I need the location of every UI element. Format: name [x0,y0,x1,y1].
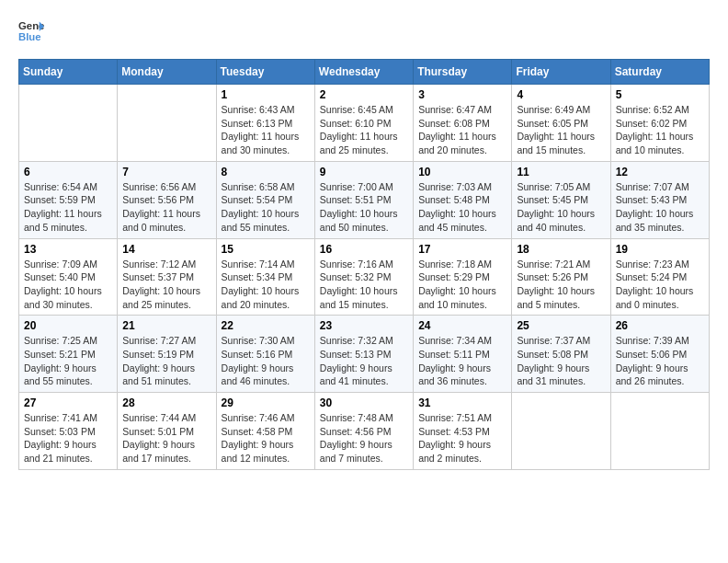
day-number: 13 [24,243,112,256]
day-info: Sunrise: 7:23 AM Sunset: 5:24 PM Dayligh… [616,258,704,312]
day-info: Sunrise: 6:43 AM Sunset: 6:13 PM Dayligh… [222,103,310,157]
day-info: Sunrise: 7:03 AM Sunset: 5:48 PM Dayligh… [418,180,506,235]
calendar-cell: 9Sunrise: 7:00 AM Sunset: 5:51 PM Daylig… [314,161,413,238]
day-info: Sunrise: 6:45 AM Sunset: 6:10 PM Dayligh… [320,103,408,157]
calendar-cell: 20Sunrise: 7:25 AM Sunset: 5:21 PM Dayli… [19,316,118,393]
day-number: 24 [418,319,506,332]
day-number: 14 [122,243,210,256]
day-info: Sunrise: 7:44 AM Sunset: 5:01 PM Dayligh… [122,411,210,465]
day-info: Sunrise: 7:00 AM Sunset: 5:51 PM Dayligh… [320,180,408,235]
calendar-header: SundayMondayTuesdayWednesdayThursdayFrid… [19,60,710,85]
day-number: 12 [616,166,704,178]
weekday-header: Sunday [19,60,118,85]
day-number: 21 [122,319,210,332]
day-info: Sunrise: 7:34 AM Sunset: 5:11 PM Dayligh… [418,334,506,388]
day-info: Sunrise: 7:37 AM Sunset: 5:08 PM Dayligh… [517,334,605,388]
calendar-cell [118,85,216,162]
calendar-cell: 12Sunrise: 7:07 AM Sunset: 5:43 PM Dayli… [610,161,709,238]
day-number: 2 [320,88,408,101]
day-number: 26 [616,319,704,332]
weekday-header: Tuesday [216,60,314,85]
calendar-cell [512,393,610,470]
calendar-table: SundayMondayTuesdayWednesdayThursdayFrid… [18,59,710,470]
day-number: 31 [418,396,506,409]
day-info: Sunrise: 7:30 AM Sunset: 5:16 PM Dayligh… [222,334,310,388]
day-number: 16 [320,243,408,256]
day-info: Sunrise: 7:14 AM Sunset: 5:34 PM Dayligh… [222,258,310,312]
calendar-cell: 30Sunrise: 7:48 AM Sunset: 4:56 PM Dayli… [314,393,413,470]
day-info: Sunrise: 7:46 AM Sunset: 4:58 PM Dayligh… [222,411,310,465]
day-info: Sunrise: 7:18 AM Sunset: 5:29 PM Dayligh… [418,258,506,312]
day-number: 4 [517,88,605,101]
calendar-cell: 22Sunrise: 7:30 AM Sunset: 5:16 PM Dayli… [216,316,314,393]
day-info: Sunrise: 7:16 AM Sunset: 5:32 PM Dayligh… [320,258,408,312]
day-number: 25 [517,319,605,332]
day-number: 3 [418,88,506,101]
day-number: 22 [222,319,310,332]
day-info: Sunrise: 6:54 AM Sunset: 5:59 PM Dayligh… [24,180,112,235]
calendar-cell: 11Sunrise: 7:05 AM Sunset: 5:45 PM Dayli… [512,161,610,238]
calendar-cell: 4Sunrise: 6:49 AM Sunset: 6:05 PM Daylig… [512,85,610,162]
day-number: 15 [222,243,310,256]
day-info: Sunrise: 6:56 AM Sunset: 5:56 PM Dayligh… [122,180,210,235]
day-number: 9 [320,166,408,178]
day-info: Sunrise: 7:05 AM Sunset: 5:45 PM Dayligh… [517,180,605,235]
calendar-cell: 31Sunrise: 7:51 AM Sunset: 4:53 PM Dayli… [414,393,512,470]
weekday-header: Thursday [414,60,512,85]
day-info: Sunrise: 7:27 AM Sunset: 5:19 PM Dayligh… [122,334,210,388]
calendar-cell: 3Sunrise: 6:47 AM Sunset: 6:08 PM Daylig… [414,85,512,162]
day-number: 8 [222,166,310,178]
calendar-cell [19,85,118,162]
day-number: 23 [320,319,408,332]
day-number: 29 [222,396,310,409]
calendar-cell: 14Sunrise: 7:12 AM Sunset: 5:37 PM Dayli… [118,238,216,316]
calendar-cell: 29Sunrise: 7:46 AM Sunset: 4:58 PM Dayli… [216,393,314,470]
weekday-header: Friday [512,60,610,85]
calendar-cell: 28Sunrise: 7:44 AM Sunset: 5:01 PM Dayli… [118,393,216,470]
calendar-cell: 16Sunrise: 7:16 AM Sunset: 5:32 PM Dayli… [314,238,413,316]
calendar-cell: 25Sunrise: 7:37 AM Sunset: 5:08 PM Dayli… [512,316,610,393]
day-number: 6 [24,166,112,178]
day-number: 19 [616,243,704,256]
calendar-cell: 6Sunrise: 6:54 AM Sunset: 5:59 PM Daylig… [19,161,118,238]
calendar-cell: 23Sunrise: 7:32 AM Sunset: 5:13 PM Dayli… [314,316,413,393]
day-number: 1 [222,88,310,101]
day-info: Sunrise: 6:58 AM Sunset: 5:54 PM Dayligh… [222,180,310,235]
weekday-header: Monday [118,60,216,85]
day-info: Sunrise: 7:07 AM Sunset: 5:43 PM Dayligh… [616,180,704,235]
logo-icon: General Blue [18,18,44,44]
calendar-cell [610,393,709,470]
day-info: Sunrise: 6:49 AM Sunset: 6:05 PM Dayligh… [517,103,605,157]
day-info: Sunrise: 7:12 AM Sunset: 5:37 PM Dayligh… [122,258,210,312]
day-number: 11 [517,166,605,178]
calendar-cell: 8Sunrise: 6:58 AM Sunset: 5:54 PM Daylig… [216,161,314,238]
day-number: 17 [418,243,506,256]
weekday-header: Saturday [610,60,709,85]
calendar-cell: 7Sunrise: 6:56 AM Sunset: 5:56 PM Daylig… [118,161,216,238]
day-number: 27 [24,396,112,409]
day-info: Sunrise: 7:32 AM Sunset: 5:13 PM Dayligh… [320,334,408,388]
day-info: Sunrise: 6:52 AM Sunset: 6:02 PM Dayligh… [616,103,704,157]
day-info: Sunrise: 7:25 AM Sunset: 5:21 PM Dayligh… [24,334,112,388]
calendar-cell: 18Sunrise: 7:21 AM Sunset: 5:26 PM Dayli… [512,238,610,316]
calendar-cell: 5Sunrise: 6:52 AM Sunset: 6:02 PM Daylig… [610,85,709,162]
day-number: 28 [122,396,210,409]
calendar-cell: 19Sunrise: 7:23 AM Sunset: 5:24 PM Dayli… [610,238,709,316]
page-header: General Blue [18,18,710,44]
day-number: 10 [418,166,506,178]
svg-text:Blue: Blue [18,31,41,42]
day-info: Sunrise: 7:39 AM Sunset: 5:06 PM Dayligh… [616,334,704,388]
day-info: Sunrise: 7:48 AM Sunset: 4:56 PM Dayligh… [320,411,408,465]
calendar-cell: 10Sunrise: 7:03 AM Sunset: 5:48 PM Dayli… [414,161,512,238]
day-number: 30 [320,396,408,409]
day-number: 20 [24,319,112,332]
calendar-cell: 15Sunrise: 7:14 AM Sunset: 5:34 PM Dayli… [216,238,314,316]
day-number: 18 [517,243,605,256]
day-number: 5 [616,88,704,101]
day-info: Sunrise: 7:41 AM Sunset: 5:03 PM Dayligh… [24,411,112,465]
logo: General Blue [18,18,44,44]
day-info: Sunrise: 7:51 AM Sunset: 4:53 PM Dayligh… [418,411,506,465]
calendar-cell: 1Sunrise: 6:43 AM Sunset: 6:13 PM Daylig… [216,85,314,162]
day-info: Sunrise: 7:21 AM Sunset: 5:26 PM Dayligh… [517,258,605,312]
weekday-header: Wednesday [314,60,413,85]
